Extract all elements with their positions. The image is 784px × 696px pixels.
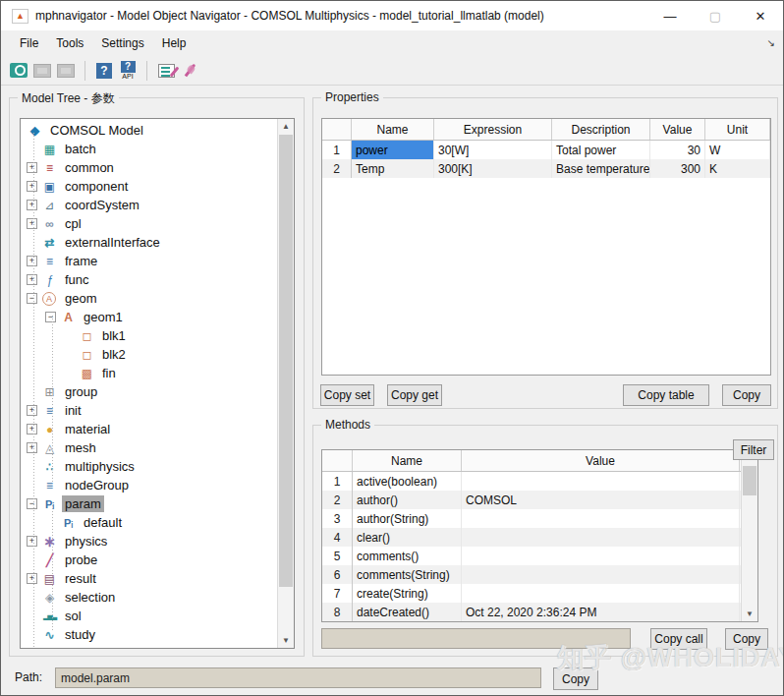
tree-item-nodegroup[interactable]: ≡nodeGroup xyxy=(21,476,279,494)
cell-name[interactable]: author(String) xyxy=(353,509,462,528)
tree-item-param[interactable]: −Pᵢparam xyxy=(21,494,279,513)
table-row[interactable]: 5comments() xyxy=(322,547,757,565)
cell-name[interactable]: active(boolean) xyxy=(353,472,462,491)
collapse-icon[interactable]: − xyxy=(45,312,56,322)
column-header-rownum[interactable] xyxy=(322,119,352,140)
cell-unit[interactable]: K xyxy=(705,159,770,178)
tree-item-geom[interactable]: −Ageom xyxy=(21,289,279,308)
cell-value[interactable]: COMSOL xyxy=(462,491,740,509)
cell-num[interactable]: 1 xyxy=(322,472,353,491)
cell-name[interactable]: create(String) xyxy=(353,584,462,603)
column-header-description[interactable]: Description xyxy=(552,119,650,140)
methods-copy-button[interactable]: Copy xyxy=(725,628,768,650)
copy-set-button[interactable]: Copy set xyxy=(320,384,374,406)
expand-icon[interactable]: + xyxy=(27,536,37,547)
copy-get-button[interactable]: Copy get xyxy=(387,384,442,406)
tree-item-result[interactable]: +▤result xyxy=(21,569,279,588)
tree-item-study[interactable]: ∿study xyxy=(21,625,279,644)
cell-num[interactable]: 4 xyxy=(322,528,353,547)
cell-expression[interactable]: 300[K] xyxy=(434,159,552,178)
cell-num[interactable]: 7 xyxy=(322,584,353,603)
scrollbar-up-arrow[interactable]: ▲ xyxy=(278,119,294,134)
tree-item-multiphysics[interactable]: ∴multiphysics xyxy=(21,457,279,476)
column-header-name[interactable]: Name xyxy=(353,450,462,471)
cell-description[interactable]: Total power xyxy=(552,141,650,159)
table-row[interactable]: 3author(String) xyxy=(322,509,757,528)
column-header-expression[interactable]: Expression xyxy=(434,119,552,140)
scrollbar-thumb[interactable] xyxy=(279,135,293,587)
help-button[interactable]: ? xyxy=(92,59,116,83)
cell-value[interactable] xyxy=(462,584,740,603)
cell-num[interactable]: 2 xyxy=(322,491,353,509)
navigator-button[interactable] xyxy=(7,59,30,83)
table-row[interactable]: 2author()COMSOL xyxy=(322,491,757,509)
methods-scrollbar[interactable]: ▲ ▼ xyxy=(741,450,757,621)
cell-name[interactable]: comments() xyxy=(353,547,462,565)
expand-icon[interactable]: + xyxy=(27,442,37,453)
column-header-rownum[interactable] xyxy=(322,450,353,471)
expand-icon[interactable]: + xyxy=(27,162,37,173)
tree-item-component[interactable]: +▣component xyxy=(21,177,279,196)
cell-expression[interactable]: 30[W] xyxy=(434,141,552,159)
cell-name[interactable]: Temp xyxy=(352,159,434,178)
cell-value[interactable] xyxy=(462,547,740,565)
cell-value[interactable] xyxy=(462,472,740,491)
table-row[interactable]: 4clear() xyxy=(322,528,757,547)
menu-help[interactable]: Help xyxy=(153,32,196,54)
tree-item-func[interactable]: +ƒfunc xyxy=(21,270,279,289)
table-row[interactable]: 7create(String) xyxy=(322,584,757,603)
collapse-icon[interactable]: − xyxy=(27,293,37,304)
tree-item-sol[interactable]: ▂▅▃sol xyxy=(21,607,279,625)
path-copy-button[interactable]: Copy xyxy=(553,667,598,690)
tree-item-externalinterface[interactable]: ⇄externalInterface xyxy=(21,233,279,252)
cell-unit[interactable]: W xyxy=(705,141,770,159)
cell-name[interactable]: dateCreated() xyxy=(353,603,462,621)
table-row[interactable]: 6comments(String) xyxy=(322,565,757,584)
cell-num[interactable]: 3 xyxy=(322,509,353,528)
tree-item-variable[interactable]: ▦variable xyxy=(21,644,279,648)
expand-icon[interactable]: + xyxy=(27,274,37,285)
expand-icon[interactable]: + xyxy=(27,181,37,192)
tree-item-mesh[interactable]: +◬mesh xyxy=(21,438,279,457)
tree-item-default[interactable]: Pᵢdefault xyxy=(21,513,279,532)
scrollbar-thumb[interactable] xyxy=(743,466,756,495)
cell-value[interactable] xyxy=(462,565,740,584)
api-help-button[interactable]: ? API xyxy=(116,59,140,83)
tree-item-fin[interactable]: ▩fin xyxy=(21,364,279,382)
cell-name[interactable]: author() xyxy=(353,491,462,509)
tree-item-group[interactable]: ⊞group xyxy=(21,382,279,401)
tree-item-physics[interactable]: +∗physics xyxy=(21,532,279,551)
scrollbar-down-arrow[interactable]: ▼ xyxy=(742,607,757,621)
cell-value[interactable] xyxy=(462,528,740,547)
tree-item-selection[interactable]: ◈selection xyxy=(21,588,279,607)
cell-value[interactable] xyxy=(462,509,740,528)
cell-num[interactable]: 5 xyxy=(322,547,353,565)
column-header-value[interactable]: Value xyxy=(462,450,740,471)
table-row[interactable]: 2Temp300[K]Base temperature300K xyxy=(322,159,770,178)
tree-item-batch[interactable]: ▦batch xyxy=(21,140,279,158)
menu-settings[interactable]: Settings xyxy=(92,32,152,54)
expand-icon[interactable]: + xyxy=(27,200,37,210)
cell-num[interactable]: 8 xyxy=(322,603,353,621)
tree-item-common[interactable]: +≡common xyxy=(21,158,279,177)
cell-name[interactable]: comments(String) xyxy=(353,565,462,584)
cell-num[interactable]: 6 xyxy=(322,565,353,584)
tree-item-material[interactable]: +●material xyxy=(21,420,279,438)
tree-item-cpl[interactable]: +∞cpl xyxy=(21,214,279,233)
tree-item-blk1[interactable]: ◻blk1 xyxy=(21,326,279,345)
menu-file[interactable]: File xyxy=(11,32,47,54)
expand-icon[interactable]: + xyxy=(27,218,37,229)
cell-value[interactable]: 300 xyxy=(650,159,705,178)
tree-item-probe[interactable]: ╱probe xyxy=(21,551,279,569)
scrollbar-down-arrow[interactable]: ▼ xyxy=(278,633,294,648)
minimize-button[interactable]: — xyxy=(647,1,693,30)
copy-button[interactable]: Copy xyxy=(722,384,771,406)
table-row[interactable]: 1active(boolean) xyxy=(322,472,757,491)
tree-item-geom1[interactable]: −Ageom1 xyxy=(21,308,279,326)
table-row[interactable]: 8dateCreated()Oct 22, 2020 2:36:24 PM xyxy=(322,603,757,621)
column-header-value[interactable]: Value xyxy=(650,119,705,140)
copy-call-button[interactable]: Copy call xyxy=(650,628,707,650)
cell-description[interactable]: Base temperature xyxy=(552,159,650,178)
tree-item-init[interactable]: +≡init xyxy=(21,401,279,420)
close-button[interactable]: ✕ xyxy=(738,1,783,30)
